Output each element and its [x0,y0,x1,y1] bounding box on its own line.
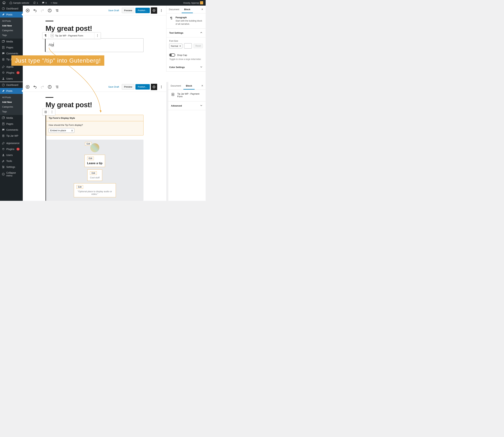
block-more-button[interactable] [49,109,55,115]
plug-icon [2,148,5,151]
edit-media-button[interactable]: Edit [76,185,83,189]
add-block-button[interactable] [25,7,31,14]
sidebar-item-media[interactable]: Media [0,39,23,45]
post-title[interactable]: My great post! [46,25,143,32]
outline-button[interactable] [54,84,60,90]
sidebar-item-label: Users [6,154,13,157]
sidebar-item-comments[interactable]: Comments [0,127,23,133]
howdy-account[interactable]: Howdy, tipjarwp [182,1,204,4]
tipjar-block-icon-button[interactable] [43,109,49,115]
user-icon [2,153,5,157]
sidebar-item-settings[interactable]: Settings [0,164,23,170]
submenu-categories[interactable]: Categories [0,104,23,109]
display-style-select[interactable]: Embed in-place ▲▼ [49,128,74,133]
text-settings-header[interactable]: Text Settings [166,29,206,37]
edit-avatar-button[interactable]: Edit [85,142,92,146]
submenu-tags[interactable]: Tags [0,109,23,114]
submenu-tags[interactable]: Tags [0,33,23,38]
sidebar-item-appearance[interactable]: Appearance [0,140,23,146]
svg-point-8 [3,78,4,79]
advanced-panel-header[interactable]: Advanced [168,101,206,110]
sidebar-collapse[interactable]: Collapse menu [0,170,23,178]
scrollbar[interactable] [166,82,168,201]
autocomplete-label: Tip Jar WP - Payment Form [55,34,83,37]
sliders-icon [2,165,5,169]
outline-button[interactable] [54,7,60,14]
sidebar-item-pages[interactable]: Pages [0,121,23,127]
pin-icon [2,13,5,16]
settings-button[interactable] [151,84,157,90]
tip-avatar-icon [90,143,99,152]
chevron-down-icon: ▾ [180,45,181,47]
font-size-select[interactable]: Normal ▾ [169,44,182,48]
tab-document[interactable]: Document [168,82,183,89]
edit-title-button[interactable]: Edit [87,157,94,160]
block-toolbar: Tip Jar WP - Payment Form [42,32,101,39]
sidebar-item-users[interactable]: Users [0,152,23,158]
tipjar-block-icon [51,34,54,37]
svg-point-58 [52,113,52,113]
tip-media-panel: Edit "Optional place to display audio or… [74,183,116,197]
drop-cap-toggle[interactable] [169,53,175,57]
sidebar-item-label: Media [6,40,13,43]
submenu-addnew[interactable]: Add New [0,100,23,104]
info-button[interactable] [47,84,53,90]
font-size-label: Font Size [169,40,203,42]
sidebar-item-plugins[interactable]: Plugins 1 [0,70,23,76]
add-block-button[interactable] [25,84,31,90]
tip-title-panel: Edit Leave a tip [85,155,105,167]
tab-block[interactable]: Block [182,6,193,13]
updates[interactable]: 1 [32,1,39,4]
sidebar-item-dashboard[interactable]: Dashboard [0,82,23,88]
submenu-addnew[interactable]: Add New [0,23,23,28]
inspector-close[interactable]: × [199,8,206,11]
info-button[interactable] [47,7,53,14]
publish-button[interactable]: Publish… [135,84,150,89]
undo-button[interactable] [32,84,38,90]
autocomplete-item[interactable]: Tip Jar WP - Payment Form [49,32,94,39]
color-settings-header[interactable]: Color Settings [166,63,206,72]
more-menu-button[interactable] [158,84,164,90]
brush-icon [2,65,5,68]
inspector-close[interactable]: × [199,84,206,88]
site-name-label: Sample website [13,1,29,4]
edit-subtitle-button[interactable]: Edit [90,171,97,175]
more-menu-button[interactable] [158,7,164,14]
sidebar-item-users[interactable]: Users [0,76,23,82]
save-draft-button[interactable]: Save Draft [107,84,121,89]
paragraph-block[interactable]: /tip [46,38,143,52]
redo-button[interactable] [39,7,46,14]
font-size-reset[interactable]: Reset [194,44,203,48]
sidebar-item-posts[interactable]: Posts [0,88,23,94]
redo-button[interactable] [39,84,46,90]
save-draft-button[interactable]: Save Draft [107,8,121,13]
sidebar-item-tools[interactable]: Tools [0,158,23,164]
preview-button[interactable]: Preview [122,84,134,89]
submenu-categories[interactable]: Categories [0,28,23,33]
inspector-bottom: Document Block × Tip Jar WP - Payment Fo… [168,82,206,201]
font-size-custom-input[interactable] [184,43,192,49]
drop-cap-help: Toggle to show a large initial letter. [166,57,206,63]
block-more-button[interactable] [94,32,101,39]
settings-button[interactable] [151,7,157,14]
post-title[interactable]: My great post! [46,101,143,109]
undo-button[interactable] [32,7,38,14]
sidebar-item-plugins[interactable]: Plugins1 [0,146,23,152]
comments[interactable]: 0 [41,1,48,4]
new-content[interactable]: + New [49,1,58,4]
tip-title-text: Leave a tip [87,161,103,165]
paragraph-icon-button[interactable] [43,32,49,39]
submenu-allposts[interactable]: All Posts [0,19,23,23]
sidebar-item-posts[interactable]: Posts [0,11,23,18]
tab-block[interactable]: Block [183,82,194,89]
publish-button[interactable]: Publish… [135,8,150,13]
wp-logo[interactable] [1,1,7,4]
tab-document[interactable]: Document [166,6,182,13]
sidebar-item-dashboard[interactable]: Dashboard [0,6,23,11]
submenu-allposts[interactable]: All Posts [0,95,23,100]
site-name[interactable]: Sample website [8,1,30,4]
sidebar-item-media[interactable]: Media [0,115,23,121]
sidebar-item-tipjar[interactable]: Tip Jar WP [0,133,23,139]
preview-button[interactable]: Preview [122,8,134,13]
sidebar-item-pages[interactable]: Pages [0,45,23,50]
